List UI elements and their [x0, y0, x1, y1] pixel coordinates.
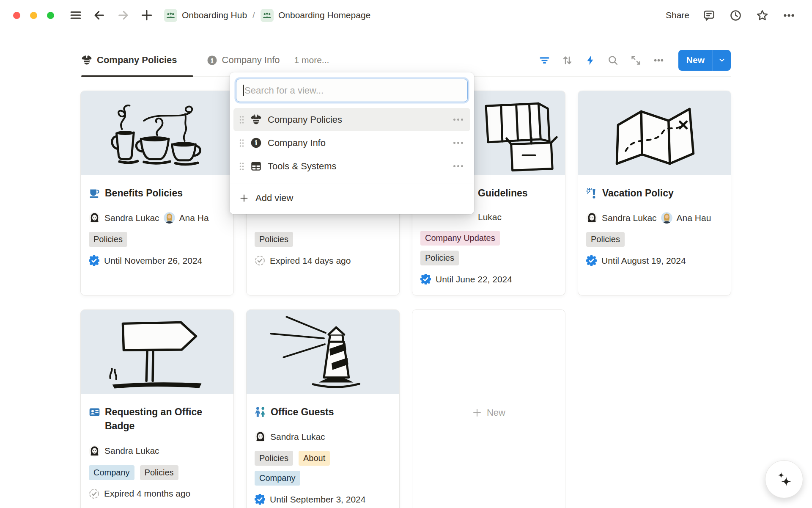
empty-grid-cell — [578, 309, 731, 508]
view-options-ellipsis-icon[interactable] — [452, 163, 465, 170]
add-view-label: Add view — [255, 193, 293, 204]
history-clock-icon[interactable] — [728, 8, 743, 22]
status-text: Until September 3, 2024 — [270, 494, 365, 505]
share-button[interactable]: Share — [666, 10, 689, 20]
card-office-guests[interactable]: Office Guests Sandra Lukac Policies — [246, 309, 400, 508]
forward-icon[interactable] — [116, 8, 130, 22]
card-people: Sandra Lukac — [89, 445, 225, 457]
card-title: Vacation Policy — [602, 186, 674, 200]
breadcrumb-root[interactable]: Onboarding Hub — [182, 10, 247, 20]
sort-icon[interactable] — [562, 54, 573, 66]
new-card-label: New — [487, 407, 505, 418]
topbar-actions: Share — [666, 8, 796, 22]
new-dropdown-button[interactable] — [713, 50, 731, 71]
two-people-icon — [255, 406, 266, 418]
plus-icon — [472, 408, 482, 418]
card-benefits-policies[interactable]: Benefits Policies Sandra Lukac — [80, 91, 234, 295]
plus-icon — [239, 193, 249, 203]
comments-icon[interactable] — [702, 8, 716, 22]
status-text: Until June 22, 2024 — [436, 274, 512, 284]
breadcrumb-current[interactable]: Onboarding Homepage — [278, 10, 370, 20]
text-caret — [243, 85, 244, 96]
notion-ai-button[interactable] — [765, 460, 803, 498]
avatar — [89, 212, 100, 224]
view-option-company-info[interactable]: i Company Info — [233, 131, 470, 155]
tab-company-info[interactable]: i Company Info — [207, 44, 280, 76]
table-icon — [250, 160, 262, 172]
signpost-illustration — [81, 310, 233, 394]
new-page-icon[interactable] — [140, 8, 154, 22]
back-icon[interactable] — [92, 8, 107, 22]
new-button[interactable]: New — [678, 50, 713, 71]
more-options-icon[interactable] — [782, 8, 796, 22]
tag: Policies — [89, 232, 127, 247]
bee-icon — [250, 114, 262, 125]
favorite-star-icon[interactable] — [755, 8, 769, 22]
card-title-row: Requesting an Office Badge — [89, 405, 225, 433]
view-settings-ellipsis-icon[interactable] — [653, 54, 665, 66]
view-search-input[interactable] — [236, 79, 467, 102]
add-view-button[interactable]: Add view — [230, 187, 474, 209]
card-tags: Company — [255, 471, 391, 486]
card-vacation-policy[interactable]: Vacation Policy Sandra Lukac — [578, 91, 731, 295]
verified-badge-icon — [255, 494, 265, 505]
minimize-window-button[interactable] — [30, 12, 37, 19]
tab-company-policies[interactable]: Company Policies — [81, 44, 193, 76]
card-status: Until August 19, 2024 — [586, 255, 723, 266]
drag-handle-icon[interactable] — [239, 116, 244, 124]
card-body: Office Guests Sandra Lukac Policies — [247, 394, 399, 505]
zoom-window-button[interactable] — [47, 12, 54, 19]
drag-handle-icon[interactable] — [239, 162, 244, 171]
status-text: Expired 14 days ago — [270, 256, 351, 266]
tab-label: Company Policies — [97, 55, 177, 66]
card-office-badge[interactable]: Requesting an Office Badge Sandra Lukac — [80, 309, 234, 508]
filter-icon[interactable] — [539, 54, 551, 66]
tag: Policies — [420, 251, 459, 265]
card-status: Expired 4 months ago — [89, 489, 225, 499]
new-card-button[interactable]: New — [412, 309, 565, 508]
view-option-label: Company Policies — [268, 114, 446, 125]
card-tags: Company Updates — [420, 231, 557, 246]
tag: Company — [89, 465, 134, 480]
bee-icon — [81, 55, 92, 66]
verified-badge-icon — [586, 255, 597, 266]
expired-check-icon — [89, 489, 99, 499]
drag-handle-icon[interactable] — [239, 139, 244, 147]
folded-map-illustration — [578, 91, 731, 175]
card-title: Requesting an Office Badge — [105, 405, 225, 433]
tab-label: Company Info — [222, 55, 280, 66]
window-topbar: Onboarding Hub / Onboarding Homepage Sha… — [0, 0, 812, 30]
tag: Policies — [140, 465, 178, 480]
card-tags: Policies — [89, 232, 225, 247]
more-views-button[interactable]: 1 more... — [294, 55, 329, 65]
coffee-cup-icon — [89, 188, 100, 199]
card-status: Until November 26, 2024 — [89, 255, 225, 266]
card-people: Sandra Lukac Ana Hau — [586, 212, 723, 224]
traffic-lights — [13, 12, 54, 19]
card-people: Sandra Lukac Ana Ha — [89, 212, 225, 224]
card-title: Benefits Policies — [105, 186, 183, 200]
tag: About — [299, 451, 330, 466]
view-options-ellipsis-icon[interactable] — [452, 116, 465, 123]
card-tags: Policies About — [255, 451, 391, 466]
view-option-company-policies[interactable]: Company Policies — [233, 108, 470, 131]
view-options-ellipsis-icon[interactable] — [452, 139, 465, 146]
breadcrumb: Onboarding Hub / Onboarding Homepage — [164, 9, 370, 22]
card-status: Until June 22, 2024 — [420, 274, 557, 284]
view-search-field[interactable] — [236, 79, 468, 102]
card-title: Office Guests — [271, 405, 334, 419]
expand-view-icon[interactable] — [630, 54, 642, 66]
search-icon[interactable] — [607, 54, 619, 66]
toolbar-actions: New — [539, 50, 731, 71]
card-status: Until September 3, 2024 — [255, 494, 391, 505]
teamspace-icon — [261, 9, 274, 22]
avatar — [255, 431, 266, 442]
view-option-tools-systems[interactable]: Tools & Systems — [233, 155, 470, 178]
close-window-button[interactable] — [13, 12, 20, 19]
automation-lightning-icon[interactable] — [584, 54, 596, 66]
status-text: Until November 26, 2024 — [104, 256, 202, 266]
card-title-row: Benefits Policies — [89, 186, 225, 200]
info-icon: i — [207, 55, 217, 66]
avatar — [586, 212, 598, 224]
sidebar-toggle-icon[interactable] — [69, 8, 83, 22]
